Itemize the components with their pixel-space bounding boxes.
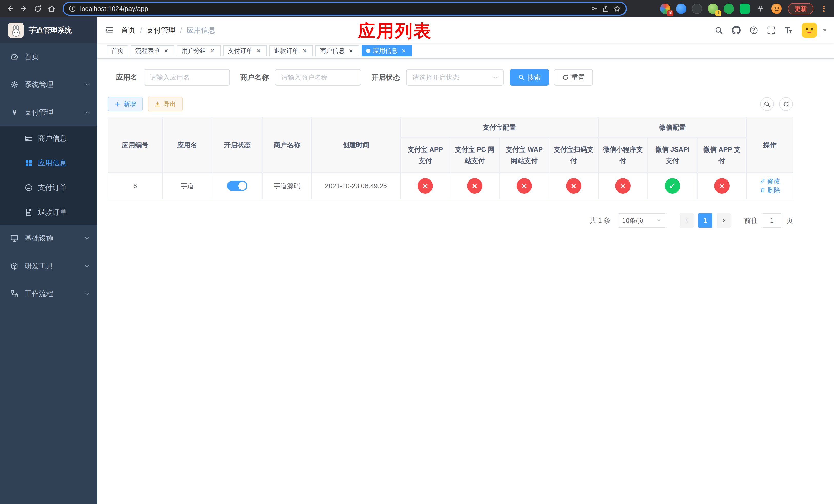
sidebar-item-app-info[interactable]: 应用信息 — [0, 151, 97, 175]
next-page-button[interactable] — [717, 213, 731, 228]
cell-app-name: 芋道 — [162, 173, 212, 199]
search-icon — [518, 74, 525, 81]
sidebar-item-pay-orders[interactable]: 支付订单 — [0, 175, 97, 200]
tag-close-icon[interactable]: × — [255, 47, 262, 54]
tag-merchant-info[interactable]: 商户信息× — [315, 45, 359, 56]
col-header-status: 开启状态 — [212, 117, 262, 173]
tag-refund-orders[interactable]: 退款订单× — [269, 45, 313, 56]
sidebar-item-dev-tools[interactable]: 研发工具 — [0, 252, 97, 280]
extension-icon-green-circle[interactable] — [724, 4, 734, 14]
monitor-icon — [10, 234, 19, 243]
reload-icon[interactable] — [31, 2, 45, 16]
add-button[interactable]: 新增 — [108, 97, 142, 111]
browser-menu-icon[interactable] — [819, 2, 829, 16]
tag-app-info[interactable]: 应用信息× — [361, 45, 412, 56]
sidebar-item-infrastructure[interactable]: 基础设施 — [0, 225, 97, 252]
enabled-switch[interactable] — [227, 181, 247, 191]
site-info-icon[interactable] — [69, 5, 76, 12]
col-header-wechat-jsapi: 微信 JSAPI 支付 — [648, 138, 697, 173]
refresh-table-button[interactable] — [779, 97, 793, 111]
sidebar-item-refund-orders[interactable]: 退款订单 — [0, 200, 97, 225]
search-button[interactable]: 搜索 — [510, 69, 549, 86]
dashboard-icon — [10, 53, 19, 61]
github-icon[interactable] — [732, 26, 741, 35]
sidebar-toggle-icon[interactable] — [97, 26, 121, 35]
extension-icon-colorful[interactable]: 10 — [660, 4, 671, 14]
col-header-alipay-app: 支付宝 APP 支付 — [400, 138, 450, 173]
app-logo[interactable]: 芋道管理系统 — [0, 18, 97, 43]
share-icon[interactable] — [602, 5, 609, 12]
extension-icon-green-badged[interactable]: 1 — [708, 4, 718, 14]
document-icon — [25, 208, 33, 216]
header-search-icon[interactable] — [715, 26, 723, 35]
cell-wechat-mini: × — [598, 173, 648, 199]
breadcrumb-payment[interactable]: 支付管理 — [147, 25, 175, 35]
extension-icon-green-square[interactable] — [740, 4, 750, 14]
help-icon[interactable] — [749, 26, 758, 35]
app-name-input[interactable] — [144, 69, 230, 86]
extension-icon-dark[interactable] — [692, 4, 702, 14]
password-key-icon[interactable] — [591, 5, 598, 12]
pagination: 共 1 条 10条/页 1 前往 页 — [108, 213, 793, 228]
cell-wechat-app: × — [697, 173, 747, 199]
chevron-down-icon[interactable] — [823, 29, 827, 31]
url-text[interactable]: localhost:1024/pay/app — [80, 5, 148, 13]
sidebar-item-merchant-info[interactable]: 商户信息 — [0, 126, 97, 151]
col-header-alipay-qr: 支付宝扫码支付 — [549, 138, 598, 173]
sidebar-item-workflow[interactable]: 工作流程 — [0, 280, 97, 307]
address-bar[interactable]: localhost:1024/pay/app — [63, 2, 627, 16]
tag-user-group[interactable]: 用户分组× — [177, 45, 221, 56]
credit-card-icon — [25, 134, 33, 142]
sidebar-item-label: 支付订单 — [38, 183, 67, 192]
status-badge: × — [467, 178, 482, 193]
extension-icon-orange-face[interactable] — [771, 4, 782, 14]
chevron-right-icon — [721, 217, 727, 223]
tag-close-icon[interactable]: × — [162, 47, 170, 54]
page-number-1[interactable]: 1 — [698, 213, 712, 228]
sidebar-item-home[interactable]: 首页 — [0, 43, 97, 71]
prev-page-button[interactable] — [680, 213, 694, 228]
forward-icon[interactable] — [17, 2, 31, 16]
home-icon[interactable] — [45, 2, 59, 16]
chevron-down-icon — [84, 263, 90, 269]
extension-pin-icon[interactable] — [755, 4, 766, 14]
table-toolbar: 新增 导出 — [108, 97, 793, 111]
sidebar-item-label: 系统管理 — [25, 80, 78, 90]
font-size-icon[interactable] — [784, 26, 793, 35]
fullscreen-icon[interactable] — [767, 26, 775, 35]
tag-close-icon[interactable]: × — [301, 47, 308, 54]
sidebar-item-system[interactable]: 系统管理 — [0, 71, 97, 98]
tag-pay-orders[interactable]: 支付订单× — [223, 45, 267, 56]
tag-label: 用户分组 — [181, 47, 206, 55]
user-avatar[interactable] — [802, 23, 817, 38]
tag-close-icon[interactable]: × — [400, 47, 407, 54]
tag-process-form[interactable]: 流程表单× — [131, 45, 174, 56]
goto-page-input[interactable] — [762, 213, 782, 228]
status-select[interactable]: 请选择开启状态 — [406, 69, 504, 86]
breadcrumb-home[interactable]: 首页 — [121, 25, 135, 35]
export-button[interactable]: 导出 — [148, 97, 182, 111]
delete-link[interactable]: 删除 — [760, 186, 780, 194]
reset-button[interactable]: 重置 — [554, 69, 593, 86]
page-size-select[interactable]: 10条/页 — [618, 213, 666, 228]
edit-link[interactable]: 修改 — [760, 177, 780, 185]
back-icon[interactable] — [3, 2, 17, 16]
tag-home[interactable]: 首页 — [107, 45, 128, 56]
extension-icon-blue[interactable] — [676, 4, 686, 14]
cell-wechat-jsapi: ✓ — [648, 173, 697, 199]
browser-update-button[interactable]: 更新 — [788, 3, 813, 14]
toggle-search-button[interactable] — [760, 97, 774, 111]
merchant-name-input[interactable] — [275, 69, 361, 86]
breadcrumb-separator: / — [180, 26, 182, 35]
workflow-icon — [10, 290, 19, 298]
tag-label: 首页 — [111, 47, 124, 55]
order-icon — [25, 184, 33, 192]
sidebar-item-payment[interactable]: ¥ 支付管理 — [0, 98, 97, 126]
status-badge: × — [418, 178, 433, 193]
cube-icon — [10, 262, 19, 270]
table-row: 6 芋道 芋道源码 2021-10-23 08:49:25 × × × × × — [108, 173, 793, 199]
bookmark-star-icon[interactable] — [613, 5, 621, 12]
cell-created: 2021-10-23 08:49:25 — [312, 173, 400, 199]
tag-close-icon[interactable]: × — [347, 47, 354, 54]
tag-close-icon[interactable]: × — [209, 47, 216, 54]
